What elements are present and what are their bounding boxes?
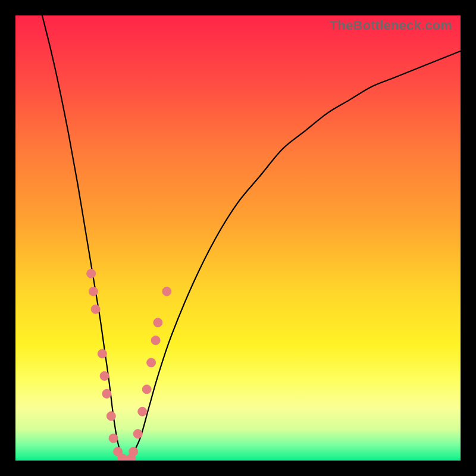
data-dot — [151, 336, 160, 345]
data-dot — [109, 434, 118, 443]
data-dot — [107, 412, 115, 421]
data-dot — [129, 447, 138, 456]
data-dot — [154, 318, 162, 327]
data-dot — [138, 407, 147, 416]
data-dot — [100, 371, 109, 380]
data-dot — [142, 385, 151, 394]
data-dot — [89, 287, 98, 296]
data-dot — [162, 287, 171, 296]
chart-svg — [15, 15, 461, 461]
data-dot — [98, 349, 107, 358]
data-dot — [91, 305, 100, 314]
data-dot — [147, 358, 156, 367]
data-dots — [87, 269, 171, 461]
data-dot — [102, 389, 111, 398]
plot-area: TheBottleneck.com — [15, 15, 461, 461]
chart-frame: TheBottleneck.com — [0, 0, 476, 476]
data-dot — [133, 430, 142, 439]
data-dot — [87, 269, 96, 278]
watermark: TheBottleneck.com — [330, 18, 452, 33]
